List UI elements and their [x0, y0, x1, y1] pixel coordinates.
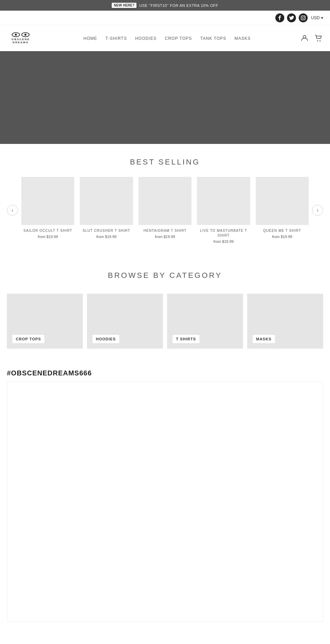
promo-text: USE ''FIRST10'' FOR AN EXTRA 10% OFF: [139, 3, 218, 8]
main-nav: HOME T-SHIRTS HOODIES CROP TOPS TANK TOP…: [84, 35, 251, 41]
products-row: SAILOR OCCULT T SHIRT from $19.99 SLUT C…: [18, 177, 312, 244]
logo-image: OBSCENE DREAMS: [7, 30, 34, 47]
nav-actions: [300, 33, 323, 43]
hero-banner: [0, 51, 330, 144]
nav-item-tank-tops[interactable]: TANK TOPS: [200, 35, 227, 41]
nav-links-list: HOME T-SHIRTS HOODIES CROP TOPS TANK TOP…: [84, 35, 251, 41]
eye-right: [21, 32, 30, 37]
product-image-1: [21, 177, 74, 225]
svg-point-3: [303, 35, 306, 38]
category-label-hoodies: HOODIES: [92, 335, 119, 343]
product-image-2: [80, 177, 133, 225]
product-image-5: [256, 177, 309, 225]
category-grid: CROP TOPS HOODIES T SHIRTS MASKS: [0, 294, 330, 362]
carousel-prev-button[interactable]: ‹: [7, 205, 18, 216]
twitter-icon[interactable]: [287, 13, 296, 22]
logo-eyes: [12, 32, 30, 37]
currency-selector[interactable]: USD ▾: [311, 15, 323, 20]
product-card-5[interactable]: QUEEN ME T SHIRT from $19.99: [256, 177, 309, 244]
nav-link-hoodies[interactable]: HOODIES: [135, 36, 156, 41]
category-label-masks: MASKS: [253, 335, 275, 343]
product-price-5: from $19.99: [272, 235, 292, 239]
browse-category-title: BROWSE BY CATEGORY: [7, 271, 323, 280]
instagram-section: #OBSCENEDREAMS666: [0, 362, 330, 622]
account-icon[interactable]: [300, 33, 309, 43]
product-name-4: LIVE TO MASTURBATE T SHIRT: [197, 228, 250, 238]
product-image-4: [197, 177, 250, 225]
category-card-crop-tops[interactable]: CROP TOPS: [7, 294, 83, 349]
carousel-next-button[interactable]: ›: [312, 205, 323, 216]
product-card-3[interactable]: HENTAIGRAM T SHIRT from $19.99: [139, 177, 191, 244]
cart-icon[interactable]: [314, 33, 323, 43]
product-card-2[interactable]: SLUT CRUSHER T SHIRT from $19.99: [80, 177, 133, 244]
eye-left: [12, 32, 20, 37]
hashtag-title: #OBSCENEDREAMS666: [7, 369, 323, 377]
category-card-masks[interactable]: MASKS: [247, 294, 323, 349]
nav-item-masks[interactable]: MASKS: [234, 35, 251, 41]
svg-rect-0: [301, 16, 305, 20]
best-selling-title: BEST SELLING: [7, 158, 323, 167]
utility-bar: USD ▾: [0, 11, 330, 25]
product-card-1[interactable]: SAILOR OCCULT T SHIRT from $19.99: [21, 177, 74, 244]
product-name-5: QUEEN ME T SHIRT: [263, 228, 301, 233]
product-price-4: from $19.99: [213, 239, 234, 244]
product-carousel: ‹ SAILOR OCCULT T SHIRT from $19.99 SLUT…: [7, 177, 323, 244]
pupil-left: [15, 34, 17, 36]
product-name-1: SAILOR OCCULT T SHIRT: [23, 228, 72, 233]
instagram-grid: [7, 381, 323, 622]
social-icons: [275, 13, 308, 22]
product-name-2: SLUT CRUSHER T SHIRT: [82, 228, 130, 233]
product-image-3: [139, 177, 191, 225]
currency-arrow: ▾: [321, 15, 323, 20]
svg-point-5: [320, 41, 321, 42]
category-label-crop-tops: CROP TOPS: [12, 335, 44, 343]
nav-item-home[interactable]: HOME: [84, 35, 97, 41]
pupil-right: [24, 34, 26, 36]
instagram-icon[interactable]: [299, 13, 308, 22]
nav-link-tshirts[interactable]: T-SHIRTS: [106, 36, 127, 41]
svg-point-4: [317, 41, 318, 42]
best-selling-section: BEST SELLING ‹ SAILOR OCCULT T SHIRT fro…: [0, 144, 330, 257]
facebook-icon[interactable]: [275, 13, 284, 22]
logo-line1: OBSCENE: [11, 38, 30, 41]
product-price-2: from $19.99: [96, 235, 117, 239]
nav-link-crop-tops[interactable]: CROP TOPS: [165, 36, 192, 41]
nav-link-tank-tops[interactable]: TANK TOPS: [200, 36, 227, 41]
announcement-bar: NEW HERE? USE ''FIRST10'' FOR AN EXTRA 1…: [0, 0, 330, 11]
nav-link-masks[interactable]: MASKS: [234, 36, 251, 41]
product-name-3: HENTAIGRAM T SHIRT: [143, 228, 186, 233]
nav-link-home[interactable]: HOME: [84, 36, 97, 41]
nav-item-crop-tops[interactable]: CROP TOPS: [165, 35, 192, 41]
category-card-tshirts[interactable]: T SHIRTS: [167, 294, 243, 349]
browse-category-section: BROWSE BY CATEGORY: [0, 257, 330, 294]
category-label-tshirts: T SHIRTS: [173, 335, 199, 343]
logo[interactable]: OBSCENE DREAMS: [7, 30, 34, 47]
svg-point-2: [304, 16, 305, 17]
header: OBSCENE DREAMS HOME T-SHIRTS HOODIES CRO…: [0, 25, 330, 51]
svg-point-1: [302, 17, 304, 19]
category-card-hoodies[interactable]: HOODIES: [87, 294, 163, 349]
product-card-4[interactable]: LIVE TO MASTURBATE T SHIRT from $19.99: [197, 177, 250, 244]
logo-line2: DREAMS: [13, 41, 29, 44]
nav-item-tshirts[interactable]: T-SHIRTS: [106, 35, 127, 41]
new-here-badge: NEW HERE?: [112, 3, 136, 8]
product-price-3: from $19.99: [155, 235, 175, 239]
nav-item-hoodies[interactable]: HOODIES: [135, 35, 156, 41]
product-price-1: from $19.99: [38, 235, 58, 239]
currency-label: USD: [311, 15, 320, 20]
